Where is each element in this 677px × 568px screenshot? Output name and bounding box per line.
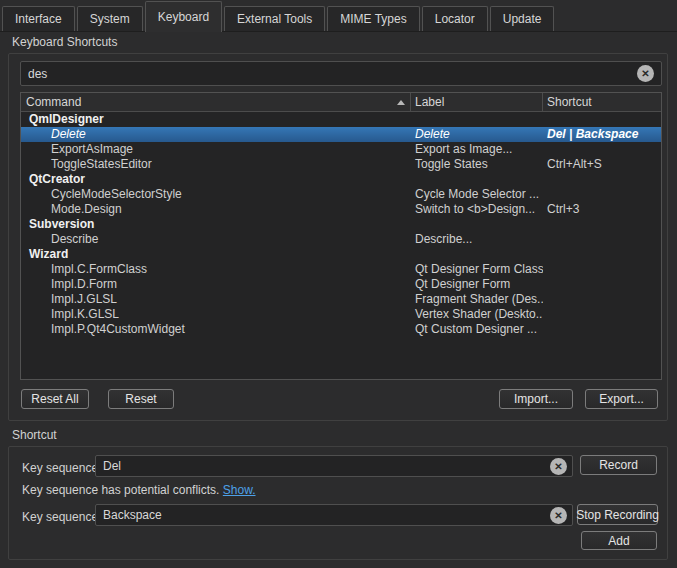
cell-c1: Subversion <box>21 217 411 232</box>
shortcut-table: Command Label Shortcut QmlDesignerDelete… <box>20 92 662 380</box>
clear-key-sequence-1-icon[interactable]: ✕ <box>550 458 567 475</box>
filter-input[interactable] <box>20 61 662 86</box>
clear-filter-icon[interactable]: ✕ <box>637 65 654 82</box>
cell-c3 <box>543 217 661 232</box>
column-header-command[interactable]: Command <box>21 93 411 111</box>
tab-update[interactable]: Update <box>490 6 555 31</box>
cell-c2: Switch to <b>Design... <box>411 202 543 217</box>
cell-c3 <box>543 112 661 127</box>
table-row[interactable]: ToggleStatesEditorToggle StatesCtrl+Alt+… <box>21 157 661 172</box>
table-row[interactable]: ExportAsImageExport as Image... <box>21 142 661 157</box>
tab-interface[interactable]: Interface <box>2 6 75 31</box>
column-header-label-label: Label <box>415 95 444 109</box>
cell-c3 <box>543 277 661 292</box>
cell-c1: Delete <box>21 127 411 142</box>
key-sequence-input-2[interactable] <box>95 504 573 526</box>
export-button[interactable]: Export... <box>585 389 658 409</box>
key-sequence-label-2: Key sequence: <box>22 510 101 524</box>
cell-c2 <box>411 172 543 187</box>
table-row[interactable]: Mode.DesignSwitch to <b>Design...Ctrl+3 <box>21 202 661 217</box>
cell-c1: QmlDesigner <box>21 112 411 127</box>
cell-c2: Qt Custom Designer ... <box>411 322 543 337</box>
table-group-row[interactable]: Subversion <box>21 217 661 232</box>
cell-c2 <box>411 112 543 127</box>
tab-system[interactable]: System <box>77 6 143 31</box>
cell-c1: Impl.C.FormClass <box>21 262 411 277</box>
reset-button[interactable]: Reset <box>108 389 174 409</box>
cell-c1: QtCreator <box>21 172 411 187</box>
table-row[interactable]: Impl.J.GLSLFragment Shader (Des... <box>21 292 661 307</box>
table-group-row[interactable]: Wizard <box>21 247 661 262</box>
keyboard-shortcuts-group-title: Keyboard Shortcuts <box>12 35 117 49</box>
table-row[interactable]: Impl.K.GLSLVertex Shader (Deskto... <box>21 307 661 322</box>
cell-c3 <box>543 322 661 337</box>
cell-c1: Impl.P.Qt4CustomWidget <box>21 322 411 337</box>
cell-c3: Del | Backspace <box>543 127 661 142</box>
cell-c3 <box>543 292 661 307</box>
cell-c2: Describe... <box>411 232 543 247</box>
cell-c2: Fragment Shader (Des... <box>411 292 543 307</box>
cell-c2: Export as Image... <box>411 142 543 157</box>
stop-recording-button[interactable]: Stop Recording <box>577 504 658 525</box>
tab-keyboard[interactable]: Keyboard <box>145 1 222 32</box>
cell-c3 <box>543 247 661 262</box>
cell-c2: Toggle States <box>411 157 543 172</box>
cell-c2 <box>411 247 543 262</box>
cell-c1: Impl.D.Form <box>21 277 411 292</box>
cell-c2: Qt Designer Form <box>411 277 543 292</box>
sort-ascending-icon <box>397 100 405 105</box>
key-sequence-input-1[interactable] <box>95 455 573 477</box>
table-group-row[interactable]: QtCreator <box>21 172 661 187</box>
table-row[interactable]: DeleteDeleteDel | Backspace <box>21 127 661 142</box>
shortcut-group-title: Shortcut <box>12 428 57 442</box>
table-row[interactable]: Impl.D.FormQt Designer Form <box>21 277 661 292</box>
show-conflicts-link[interactable]: Show. <box>223 483 256 497</box>
tab-external-tools[interactable]: External Tools <box>224 6 325 31</box>
cell-c1: CycleModeSelectorStyle <box>21 187 411 202</box>
column-header-command-label: Command <box>26 95 81 109</box>
table-row[interactable]: Impl.C.FormClassQt Designer Form Class <box>21 262 661 277</box>
table-row[interactable]: DescribeDescribe... <box>21 232 661 247</box>
cell-c3 <box>543 232 661 247</box>
tab-bar: InterfaceSystemKeyboardExternal ToolsMIM… <box>0 0 677 32</box>
table-row[interactable]: CycleModeSelectorStyleCycle Mode Selecto… <box>21 187 661 202</box>
cell-c3: Ctrl+3 <box>543 202 661 217</box>
tab-locator[interactable]: Locator <box>422 6 488 31</box>
cell-c1: ExportAsImage <box>21 142 411 157</box>
column-header-shortcut-label: Shortcut <box>547 95 592 109</box>
options-dialog: InterfaceSystemKeyboardExternal ToolsMIM… <box>0 0 677 568</box>
reset-all-button[interactable]: Reset All <box>21 389 89 409</box>
cell-c2: Vertex Shader (Deskto... <box>411 307 543 322</box>
cell-c2: Qt Designer Form Class <box>411 262 543 277</box>
import-button[interactable]: Import... <box>499 389 573 409</box>
conflict-warning-text: Key sequence has potential conflicts. <box>22 483 219 497</box>
record-button[interactable]: Record <box>580 455 657 475</box>
shortcut-table-header: Command Label Shortcut <box>21 93 661 112</box>
column-header-shortcut[interactable]: Shortcut <box>543 93 661 111</box>
cell-c3 <box>543 142 661 157</box>
shortcut-table-body: QmlDesignerDeleteDeleteDel | BackspaceEx… <box>21 112 661 337</box>
cell-c3 <box>543 307 661 322</box>
cell-c1: Mode.Design <box>21 202 411 217</box>
cell-c1: Impl.J.GLSL <box>21 292 411 307</box>
cell-c1: Wizard <box>21 247 411 262</box>
cell-c3 <box>543 262 661 277</box>
table-row[interactable]: Impl.P.Qt4CustomWidgetQt Custom Designer… <box>21 322 661 337</box>
cell-c3 <box>543 172 661 187</box>
cell-c1: Impl.K.GLSL <box>21 307 411 322</box>
conflict-warning: Key sequence has potential conflicts. Sh… <box>22 483 256 497</box>
column-header-label[interactable]: Label <box>411 93 543 111</box>
cell-c1: ToggleStatesEditor <box>21 157 411 172</box>
cell-c3: Ctrl+Alt+S <box>543 157 661 172</box>
add-button[interactable]: Add <box>581 531 657 550</box>
cell-c1: Describe <box>21 232 411 247</box>
clear-key-sequence-2-icon[interactable]: ✕ <box>550 507 567 524</box>
cell-c2 <box>411 217 543 232</box>
table-group-row[interactable]: QmlDesigner <box>21 112 661 127</box>
key-sequence-label-1: Key sequence: <box>22 461 101 475</box>
cell-c2: Cycle Mode Selector ... <box>411 187 543 202</box>
cell-c3 <box>543 187 661 202</box>
tab-mime-types[interactable]: MIME Types <box>327 6 419 31</box>
cell-c2: Delete <box>411 127 543 142</box>
